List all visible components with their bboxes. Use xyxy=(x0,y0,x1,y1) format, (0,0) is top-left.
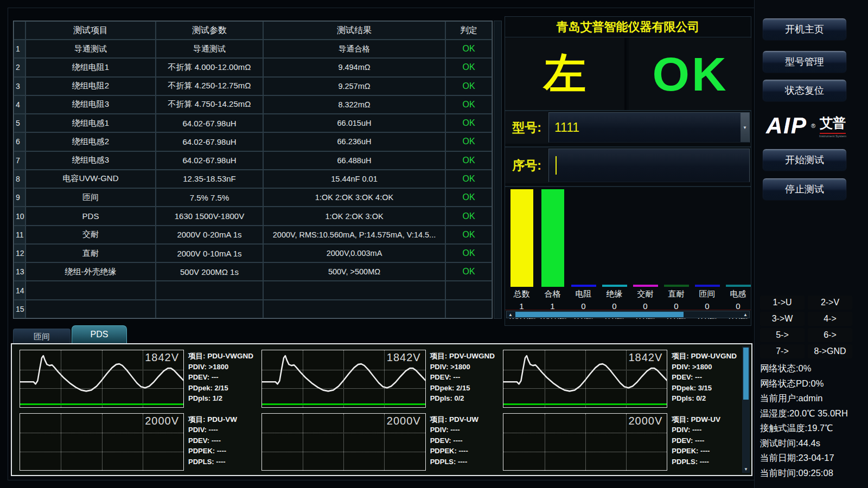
scope-panel: 2000V 项目: PDW-UV PDIV: ---- PDEV: ---- P… xyxy=(503,413,738,471)
scope-readout: 项目: PDW-UVGND PDIV: >1800 PDEV: --- PDpe… xyxy=(667,350,738,408)
home-button[interactable]: 开机主页 xyxy=(762,18,847,41)
stop-test-button[interactable]: 停止测试 xyxy=(762,178,847,201)
table-row[interactable]: 6 绕组电感2 64.02-67.98uH 66.236uH OK xyxy=(14,132,492,151)
model-dropdown-arrow-icon[interactable]: ▼ xyxy=(741,113,749,142)
pdpek-key: PDpek: xyxy=(430,384,455,392)
pdpek-value: 2/15 xyxy=(456,384,470,392)
status-line: 接触式温度:19.7℃ xyxy=(760,421,866,436)
row-number-cell: 8 xyxy=(14,170,25,188)
state-reset-button[interactable]: 状态复位 xyxy=(762,79,847,102)
table-row[interactable]: 4 绕组电阻3 不折算 4.750-14.25mΩ 8.322mΩ OK xyxy=(14,95,492,114)
grid-line xyxy=(303,414,303,471)
pdev-key: PDEV: xyxy=(188,373,209,381)
row-number-cell: 2 xyxy=(14,58,25,76)
row-number-cell: 4 xyxy=(14,95,25,114)
test-result-cell: 1:OK 2:OK 3:OK xyxy=(263,207,445,225)
table-row[interactable]: 1 导通测试 导通测试 导通合格 OK xyxy=(14,40,492,58)
chart-baseline xyxy=(505,310,751,310)
test-item-cell: 绕组-外壳绝缘 xyxy=(25,262,156,281)
test-param-cell: 导通测试 xyxy=(156,40,263,58)
chart-h-scrollbar[interactable]: ▲ ▲ xyxy=(506,311,750,318)
test-param-cell: 不折算 4.250-12.75mΩ xyxy=(156,77,263,95)
test-param-cell xyxy=(156,281,263,299)
table-row[interactable]: 9 匝间 7.5% 7.5% 1:OK 2:OK 3:OK 4:OK OK xyxy=(14,188,492,207)
row-number-cell: 3 xyxy=(14,77,25,95)
scroll-down-arrow-icon[interactable]: ▼ xyxy=(743,467,749,472)
pdev-value: ---- xyxy=(212,436,221,445)
waveform-v-scrollbar[interactable]: ▼ xyxy=(742,346,750,473)
app-window: 测试项目 测试参数 测试结果 判定 1 导通测试 导通测试 导通合格 OK 2 … xyxy=(0,0,868,488)
row-number-cell: 13 xyxy=(14,262,25,281)
status-line: 网络状态:0% xyxy=(760,361,866,376)
pdpls-value: ---- xyxy=(700,458,709,466)
header-test-param: 测试参数 xyxy=(156,21,263,40)
table-row[interactable]: 2 绕组电阻1 不折算 4.000-12.00mΩ 9.494mΩ OK xyxy=(14,58,492,76)
chart-scroll-thumb[interactable] xyxy=(515,312,684,317)
pdpls-value: 1/2 xyxy=(213,394,222,402)
test-param-cell: 64.02-67.98uH xyxy=(156,151,263,170)
pdiv-key: PDIV: xyxy=(672,363,690,371)
tab-zhajian[interactable]: 匝间 xyxy=(13,329,71,343)
waveform-screen: 2000V xyxy=(261,413,426,471)
pdev-key: PDEV: xyxy=(672,373,693,381)
chart-column: 合格1100.0% xyxy=(537,189,568,319)
table-row[interactable]: 11 交耐 2000V 0-20mA 1s 2000V, RMS:10.560m… xyxy=(14,226,492,244)
test-item-cell: 绕组电阻1 xyxy=(25,58,156,76)
test-item-cell: 导通测试 xyxy=(25,40,156,58)
waveform-screen: 2000V xyxy=(20,413,184,471)
pdpek-value: 2/15 xyxy=(214,384,228,392)
test-item-cell: 绕组电阻2 xyxy=(25,77,156,95)
table-row[interactable]: 7 绕组电感3 64.02-67.98uH 66.488uH OK xyxy=(14,151,492,170)
scroll-left-arrow-icon[interactable]: ▲ xyxy=(508,312,513,317)
waveform-scroll-thumb[interactable] xyxy=(743,348,749,400)
text-cursor xyxy=(556,156,557,175)
test-item-cell: 绕组电阻3 xyxy=(25,95,156,114)
status-line: 当前用户:admin xyxy=(760,391,866,406)
table-row[interactable]: 12 直耐 2000V 0-10mA 1s 2000V,0.003mA OK xyxy=(14,244,492,262)
start-test-button[interactable]: 开始测试 xyxy=(762,149,847,171)
table-row[interactable]: 3 绕组电阻2 不折算 4.250-12.75mΩ 9.257mΩ OK xyxy=(14,77,492,95)
row-number-cell: 10 xyxy=(14,207,25,225)
status-line: 测试时间:44.4s xyxy=(760,436,866,451)
table-row[interactable]: 13 绕组-外壳绝缘 500V 200MΩ 1s 500V, >500MΩ OK xyxy=(14,262,492,281)
row-number-cell: 11 xyxy=(14,226,25,244)
scope-panel: 2000V 项目: PDU-VW PDIV: ---- PDEV: ---- P… xyxy=(20,413,255,471)
serial-input[interactable] xyxy=(548,149,750,182)
pdpls-value: ---- xyxy=(458,458,467,466)
chart-bar xyxy=(726,285,751,287)
scope-panel: 1842V 项目: PDV-UWGND PDIV: >1800 PDEV: --… xyxy=(261,350,497,408)
grid-line xyxy=(102,414,103,471)
row-number-cell: 6 xyxy=(14,132,25,151)
judgement-cell: OK xyxy=(445,132,492,151)
model-management-button[interactable]: 型号管理 xyxy=(762,50,847,73)
tab-pds[interactable]: PDS xyxy=(72,325,127,343)
table-row[interactable]: 10 PDS 1630 1500V-1800V 1:OK 2:OK 3:OK O… xyxy=(14,207,492,225)
model-combobox[interactable]: 1111 ▼ xyxy=(548,112,750,143)
pdev-value: ---- xyxy=(695,436,704,445)
aip-logo: AIP ® 艾普 Instrument System xyxy=(760,108,852,143)
test-param-cell: 不折算 4.750-14.25mΩ xyxy=(156,95,263,114)
channel-map-cell: 1->U xyxy=(760,296,805,310)
table-scrollbar[interactable] xyxy=(494,21,502,319)
pdev-value: ---- xyxy=(453,436,462,445)
test-param-cell: 2000V 0-10mA 1s xyxy=(156,244,263,262)
table-row[interactable]: 14 xyxy=(14,281,492,299)
table-row[interactable]: 8 电容UVW-GND 12.35-18.53nF 15.44nF 0.01 O… xyxy=(14,170,492,188)
table-row[interactable]: 15 xyxy=(14,300,492,318)
item-key: 项目: xyxy=(188,415,206,423)
judgement-cell: OK xyxy=(445,77,492,95)
scope-grid: 1842V 项目: PDU-VWGND PDIV: >1800 PDEV: --… xyxy=(20,350,738,471)
table-row[interactable]: 5 绕组电感1 64.02-67.98uH 66.015uH OK xyxy=(14,114,492,132)
registered-mark: ® xyxy=(811,123,815,129)
item-value: PDU-VWGND xyxy=(207,352,253,360)
judgement-cell: OK xyxy=(445,170,492,188)
chart-column: 电阻00.0% xyxy=(568,189,599,319)
waveform-tabs: 匝间 PDS xyxy=(13,325,127,343)
pdpek-value: 3/15 xyxy=(698,384,712,392)
test-item-cell: 绕组电感2 xyxy=(25,132,156,151)
chart-column: 匝间00.0% xyxy=(692,189,723,319)
chart-category-label: 电阻 xyxy=(568,288,599,299)
judgement-cell: OK xyxy=(445,58,492,76)
judgement-cell: OK xyxy=(445,151,492,170)
scroll-right-arrow-icon[interactable]: ▲ xyxy=(743,312,748,317)
